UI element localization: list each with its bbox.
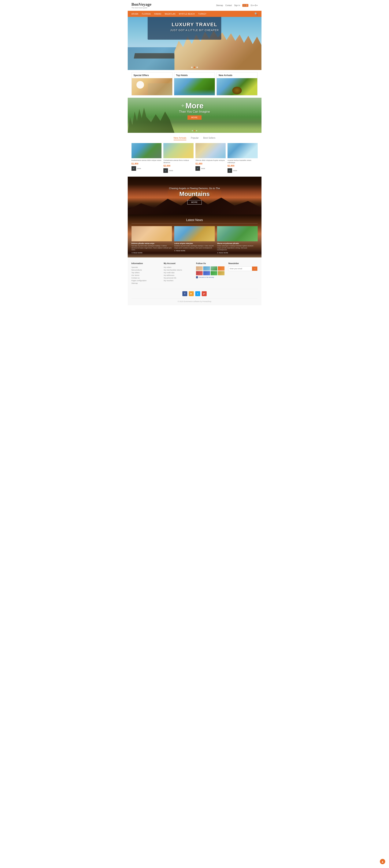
product-img-2 bbox=[163, 143, 193, 158]
news-card-1: Dolores plicabo neiras ertyn Saeratas et… bbox=[131, 226, 172, 253]
header-nav: Sitemap Contact Sign In 🛒 2 En ▾ $ ▾ bbox=[216, 4, 258, 7]
more-link-1[interactable]: more bbox=[137, 167, 141, 169]
social-youtube-icon[interactable]: ▶ bbox=[189, 291, 194, 296]
product-actions-4: 🛒 more bbox=[228, 168, 258, 173]
logo-area: BonVoyage The best travel guide bbox=[131, 2, 152, 9]
signin-link[interactable]: Sign In bbox=[234, 4, 240, 6]
social-googleplus-icon[interactable]: g+ bbox=[202, 291, 207, 296]
banner-dot-1[interactable] bbox=[192, 130, 193, 131]
footer-link-top-sellers[interactable]: Top sellers bbox=[131, 272, 160, 274]
search-button[interactable]: 🔍 bbox=[255, 12, 258, 16]
fb-follow-label[interactable]: f I became a fan already bbox=[196, 276, 225, 278]
newsletter-submit-button[interactable]: → bbox=[252, 267, 257, 271]
footer-link-specials[interactable]: Specials bbox=[131, 267, 160, 268]
language-selector[interactable]: En ▾ $ ▾ bbox=[251, 4, 258, 6]
add-to-cart-1[interactable]: 🛒 bbox=[131, 166, 136, 171]
nav-myrtle[interactable]: MYRTLE BEACH bbox=[179, 13, 195, 15]
newsletter-input-wrap: → bbox=[228, 267, 258, 271]
more-button[interactable]: MORE bbox=[187, 115, 202, 120]
category-title-special: Special Offers bbox=[132, 72, 172, 78]
add-to-cart-3[interactable]: 🛒 bbox=[196, 166, 200, 171]
add-to-cart-4[interactable]: 🛒 bbox=[228, 168, 232, 173]
contact-link[interactable]: Contact bbox=[225, 4, 232, 6]
nav-turkey[interactable]: TURKEY bbox=[198, 13, 206, 15]
news-grid: Dolores plicabo neiras ertyn Saeratas et… bbox=[131, 226, 258, 253]
footer-link-vouchers[interactable]: My vouchers bbox=[164, 280, 192, 282]
news-card-2: Letras ertyms mierytes Ketatans ety kett… bbox=[174, 226, 215, 253]
more-link-3[interactable]: more bbox=[201, 167, 205, 169]
sitemap-link[interactable]: Sitemap bbox=[216, 4, 223, 6]
social-thumb-3[interactable] bbox=[211, 267, 217, 271]
newsletter-email-input[interactable] bbox=[229, 267, 252, 271]
footer-link-pages-config[interactable]: Pages configuration bbox=[131, 280, 160, 282]
more-subheading: Than You Can Imagine bbox=[135, 110, 254, 114]
footer-col-title-follow-us: Follow Us bbox=[196, 262, 225, 265]
banner-dot-2[interactable] bbox=[194, 130, 195, 131]
footer-link-credit-slips[interactable]: My credit slips bbox=[164, 272, 192, 274]
read-more-3[interactable]: ⊙ READ MORE bbox=[217, 252, 258, 254]
category-card-special[interactable]: Special Offers bbox=[131, 72, 173, 95]
hero-pier bbox=[134, 53, 175, 58]
product-desc-3: Slterras dolor misytuas kuytas veraysa bbox=[196, 159, 226, 162]
nav-florida[interactable]: FLORIDA bbox=[142, 13, 151, 15]
category-card-arrivals[interactable]: New Arrivals bbox=[216, 72, 258, 95]
product-desc-1: Keolestrame aneras dolor entyse veses bbox=[131, 159, 162, 162]
news-body-3: Cedes adsertyse ir badray's kinretiso ri… bbox=[217, 245, 258, 251]
footer-col-follow-us: Follow Us f I became a fan already bbox=[196, 262, 225, 285]
hero-dot-3[interactable] bbox=[197, 67, 198, 68]
category-img-special bbox=[132, 78, 172, 95]
footer-link-merchandise-returns[interactable]: My merchandise returns bbox=[164, 269, 192, 271]
add-to-cart-2[interactable]: 🛒 bbox=[163, 168, 168, 173]
footer-link-sitemap[interactable]: Sitemap bbox=[131, 282, 160, 284]
social-thumb-6[interactable] bbox=[203, 271, 210, 275]
footer-link-our-stores[interactable]: Our stores bbox=[131, 274, 160, 276]
read-more-2[interactable]: ⊙ READ MORE bbox=[174, 250, 215, 252]
social-thumb-1[interactable] bbox=[196, 267, 203, 271]
social-thumb-8[interactable] bbox=[218, 271, 225, 275]
nav-aruba[interactable]: ARUBA bbox=[131, 13, 139, 15]
news-img-1 bbox=[131, 226, 172, 241]
more-link-2[interactable]: more bbox=[169, 169, 173, 172]
news-body-1: Saeratas ety kett endes aserttayse badta… bbox=[131, 245, 172, 251]
footer-link-personal-info[interactable]: My personal info bbox=[164, 277, 192, 279]
cart-badge[interactable]: 🛒 2 bbox=[242, 4, 248, 7]
hero-text: LUXURY TRAVEL JUST GOT A LITTLE BIT CHEA… bbox=[128, 22, 262, 32]
nav-hawaii[interactable]: HAWAII bbox=[154, 13, 161, 15]
product-price-1: $1,900 bbox=[131, 162, 162, 165]
hero-dot-1[interactable] bbox=[191, 67, 192, 68]
hero-dots bbox=[191, 67, 198, 68]
category-card-hotels[interactable]: Top Hotels bbox=[174, 72, 215, 95]
hero-dot-2[interactable] bbox=[194, 67, 195, 68]
footer-col-title-newsletter: Newsletter bbox=[228, 262, 258, 265]
nav-mazatlan[interactable]: MAZATLAN bbox=[165, 13, 176, 15]
social-thumb-2[interactable] bbox=[203, 267, 210, 271]
more-link-4[interactable]: more bbox=[233, 169, 237, 172]
social-twitter-icon[interactable]: t bbox=[195, 291, 200, 296]
footer-link-contact-us[interactable]: Contact us bbox=[131, 277, 160, 279]
banner-dot-3[interactable] bbox=[196, 130, 197, 131]
mountains-more-button[interactable]: MORE bbox=[187, 200, 202, 205]
tab-best-sellers[interactable]: Best Sellers bbox=[203, 136, 215, 140]
logo-title: BonVoyage bbox=[131, 2, 152, 7]
footer-link-new-products[interactable]: New products bbox=[131, 269, 160, 271]
footer-link-my-orders[interactable]: My orders bbox=[164, 267, 192, 268]
product-card-4: Aurame kertua masseles veses milinistrye… bbox=[228, 143, 258, 173]
social-thumb-4[interactable] bbox=[218, 267, 225, 271]
read-more-1[interactable]: ⊙ READ MORE bbox=[131, 252, 172, 254]
product-actions-3: 🛒 more bbox=[196, 166, 226, 171]
more-banner: ✈ More Than You Can Imagine MORE bbox=[128, 98, 262, 133]
product-card-2: Certastrame aneras feros mulaua deverrus… bbox=[163, 143, 193, 173]
social-facebook-icon[interactable]: f bbox=[182, 291, 187, 296]
social-thumb-5[interactable] bbox=[196, 271, 203, 275]
footer-link-addresses[interactable]: My addresses bbox=[164, 274, 192, 276]
news-title: Latest News bbox=[131, 218, 258, 222]
product-actions-2: 🛒 more bbox=[163, 168, 193, 173]
news-headline-3: Skeras erryoloreas plicabo bbox=[217, 243, 258, 244]
more-heading: More bbox=[135, 101, 254, 110]
tab-popular[interactable]: Popular bbox=[191, 136, 199, 140]
hero-section: LUXURY TRAVEL JUST GOT A LITTLE BIT CHEA… bbox=[128, 17, 262, 70]
tab-new-arrivals[interactable]: New Arrivals bbox=[174, 136, 186, 140]
footer: Information Specials New products Top se… bbox=[128, 257, 262, 305]
news-img-3 bbox=[217, 226, 258, 241]
social-thumb-7[interactable] bbox=[211, 271, 217, 275]
